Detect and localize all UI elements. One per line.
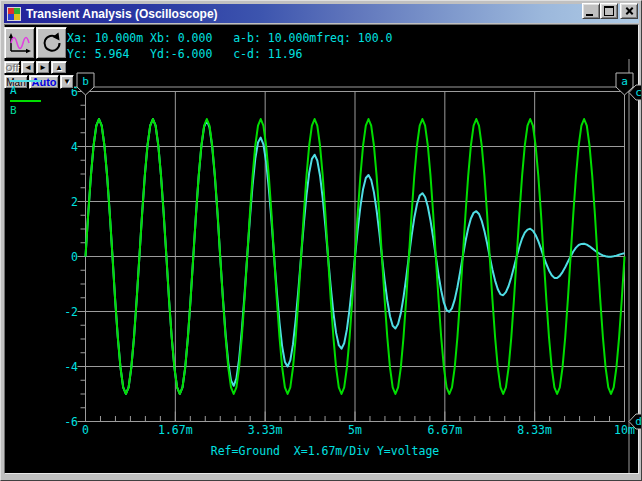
cursor-readout-x: Xa: 10.000m Xb: 0.000 a-b: 10.000mfreq: … [67,31,392,45]
y-axis-label: -6 [64,415,78,429]
x-axis-label: 8.33m [517,423,552,437]
sine-wave-icon [7,30,33,56]
arrow-down-icon: ▼ [63,78,71,86]
x-axis-label: 0 [82,423,89,437]
x-axis-label: 3.33m [248,423,283,437]
legend-label-B: B [10,104,41,117]
y-axis-label: 2 [71,195,78,209]
arrow-right-icon: ► [39,64,47,72]
marker-flag-label-b: b [82,75,89,88]
scope-display: 01.67m3.33m5m6.67m8.33m10m6420-2-4-6bacd [1,1,642,477]
off-button-label: Off [6,63,19,73]
rotate-ccw-icon [39,30,65,56]
y-axis-label: 0 [71,250,78,264]
status-bar: Ref=Ground X=1.67m/Div Y=voltage [65,444,585,458]
scroll-left-button[interactable]: ◄ [21,61,35,74]
expand-display-button[interactable] [4,27,35,59]
legend-label-A: A [10,84,41,97]
marker-flag-label-c: c [635,86,642,99]
legend-swatch-B [10,100,41,102]
arrow-left-icon: ◄ [24,64,32,72]
off-button[interactable]: Off [4,61,20,74]
scroll-up-button[interactable]: ▲ [51,61,67,74]
arrow-up-icon: ▲ [55,64,63,72]
reset-button[interactable] [36,27,67,59]
x-axis-label: 5m [348,423,362,437]
x-axis-label: 1.67m [158,423,193,437]
x-axis-label: 6.67m [428,423,463,437]
scroll-right-button[interactable]: ► [36,61,50,74]
y-axis-label: -2 [64,305,78,319]
legend-swatch-A [10,80,41,82]
oscilloscope-window: Transient Analysis (Oscilloscope) 01.67m… [0,0,642,481]
marker-flag-label-a: a [621,75,628,88]
cursor-readout-y: Yc: 5.964 Yd:-6.000 c-d: 11.96 [67,47,302,61]
marker-flag-label-d: d [635,415,642,428]
y-axis-label: 4 [71,140,78,154]
scroll-down-button[interactable]: ▼ [60,75,74,89]
y-axis-label: -4 [64,360,78,374]
channel-legend: AB [10,80,41,120]
